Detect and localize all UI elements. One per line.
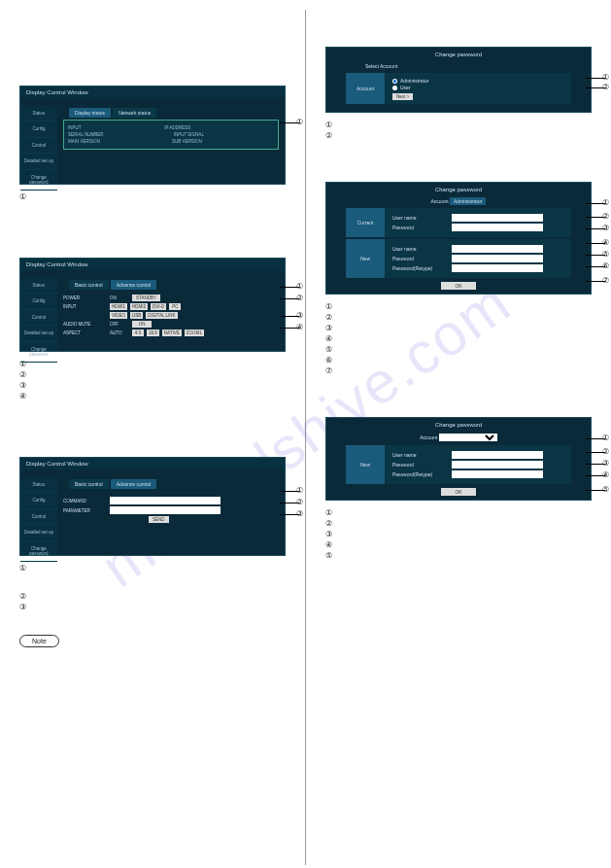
- sidebar-item[interactable]: Control: [20, 310, 57, 326]
- sidebar-item[interactable]: Change password: [20, 170, 57, 191]
- password-input[interactable]: [452, 461, 543, 469]
- control-label: AUDIO MUTE: [63, 322, 107, 327]
- new-side: New: [346, 239, 385, 278]
- standby-button[interactable]: STANDBY: [132, 295, 160, 301]
- ok-button[interactable]: OK: [441, 488, 475, 496]
- callout: ③: [296, 509, 303, 518]
- aspect-button[interactable]: ZOOM1: [185, 330, 204, 336]
- aspect-button[interactable]: 4:3: [132, 330, 144, 336]
- sidebar: Status Config Control Detailed set up Ch…: [20, 278, 57, 351]
- new-username-input[interactable]: [452, 245, 543, 253]
- sidebar-item[interactable]: Control: [20, 138, 57, 154]
- tab-advance[interactable]: Advance control: [111, 479, 157, 489]
- callout: ②: [296, 498, 303, 506]
- callout-1: ①: [296, 118, 303, 126]
- aspect-button[interactable]: 16:9: [147, 330, 159, 336]
- panel-subtitle: Select Account: [326, 61, 591, 71]
- account-label: Account: [420, 434, 437, 440]
- sidebar-item[interactable]: Config: [20, 294, 57, 309]
- sidebar-item[interactable]: Change password: [20, 342, 57, 364]
- radio-icon: [392, 86, 397, 90]
- sidebar-item[interactable]: Detailed set up: [20, 326, 57, 341]
- list-item: ②: [19, 592, 286, 601]
- radio-administrator[interactable]: Administrator: [392, 78, 563, 84]
- list-item: ①: [19, 564, 286, 573]
- password-input[interactable]: [452, 224, 543, 231]
- list-item: ①: [325, 508, 592, 517]
- tab-advance[interactable]: Advance control: [111, 280, 157, 290]
- list-item: ②: [19, 370, 286, 379]
- input-button[interactable]: HDMI1: [110, 303, 127, 310]
- callout: ⑥: [602, 261, 609, 270]
- list-item: ⑤: [325, 345, 592, 354]
- account-select[interactable]: [439, 434, 497, 441]
- field-label: User name: [392, 452, 446, 458]
- callout: ②: [602, 83, 609, 91]
- sidebar: Status Config Control Detailed set up Ch…: [20, 106, 57, 184]
- ok-button[interactable]: OK: [441, 282, 475, 290]
- field-label: User name: [392, 215, 446, 221]
- callout: ⑤: [602, 250, 609, 259]
- callout-list: ① ②: [325, 121, 592, 140]
- username-input[interactable]: [452, 214, 543, 222]
- list-item: ⑤: [325, 551, 592, 560]
- aspect-button[interactable]: NATIVE: [162, 330, 182, 336]
- info-label: IP ADDRESS: [164, 125, 190, 130]
- input-button[interactable]: DVI-D: [151, 303, 166, 310]
- field-label: Password(Retype): [392, 265, 446, 271]
- retype-password-input[interactable]: [452, 264, 543, 272]
- tab-basic[interactable]: Basic control: [69, 479, 109, 489]
- callout: ④: [602, 470, 609, 479]
- input-button[interactable]: USB: [130, 312, 143, 319]
- sidebar-item[interactable]: Status: [20, 477, 57, 493]
- parameter-input[interactable]: [110, 506, 221, 514]
- command-panel: Display Control Window Status Config Con…: [19, 457, 286, 556]
- input-button[interactable]: VIDEO: [110, 312, 127, 319]
- radio-label: Administrator: [400, 78, 428, 84]
- username-input[interactable]: [452, 451, 543, 459]
- info-label: SUB VERSION: [172, 139, 202, 144]
- control-value: ON: [110, 295, 129, 300]
- list-item: ⑥: [325, 356, 592, 365]
- input-button[interactable]: DIGITAL LINK: [146, 312, 177, 319]
- field-label: COMMAND: [63, 499, 107, 503]
- callout: ③: [296, 311, 303, 320]
- change-password-select: Change password Select Account Account A…: [325, 47, 592, 113]
- list-item: ⑦: [325, 366, 592, 375]
- new-password-input[interactable]: [452, 255, 543, 262]
- sidebar-item[interactable]: Config: [20, 493, 57, 508]
- sidebar-item[interactable]: Detailed set up: [20, 154, 57, 169]
- tab-network-status[interactable]: Network status: [113, 108, 156, 118]
- sidebar-item[interactable]: Status: [20, 278, 57, 294]
- account-side-label: Account: [346, 73, 385, 104]
- radio-user[interactable]: User: [392, 85, 563, 90]
- callout: ⑤: [602, 485, 609, 494]
- callout: ②: [296, 294, 303, 302]
- input-button[interactable]: HDMI2: [130, 303, 148, 310]
- sidebar-item[interactable]: Status: [20, 106, 57, 122]
- sidebar-item[interactable]: Control: [20, 509, 57, 525]
- list-item: ①: [19, 360, 286, 368]
- control-label: POWER: [63, 295, 107, 300]
- next-button[interactable]: Next >: [392, 93, 413, 100]
- callout-list: ① ② ③ ④ ⑤: [325, 508, 592, 560]
- field-label: Password(Retype): [392, 471, 446, 477]
- sidebar-item[interactable]: Change password: [20, 541, 57, 563]
- sidebar-item[interactable]: Config: [20, 122, 57, 137]
- tab-basic[interactable]: Basic control: [69, 280, 109, 290]
- mute-button[interactable]: ON: [132, 321, 152, 328]
- info-box: INPUTIP ADDRESS SERIAL NUMBERINPUT SIGNA…: [63, 120, 279, 150]
- new-side: New: [346, 445, 385, 484]
- sidebar-item[interactable]: Detailed set up: [20, 525, 57, 540]
- left-column: Display Control Window Status Config Con…: [0, 0, 305, 868]
- note-box: Note: [19, 635, 59, 647]
- tab-display-status[interactable]: Display status: [69, 108, 111, 118]
- send-button[interactable]: SEND: [149, 516, 169, 523]
- callout: ④: [296, 323, 303, 331]
- panel-title: Change password: [326, 418, 591, 432]
- input-button[interactable]: PC: [169, 303, 181, 310]
- command-input[interactable]: [110, 497, 221, 504]
- retype-password-input[interactable]: [452, 470, 543, 478]
- panel-title: Display Control Window: [20, 87, 285, 98]
- callout-list: ①: [19, 192, 286, 201]
